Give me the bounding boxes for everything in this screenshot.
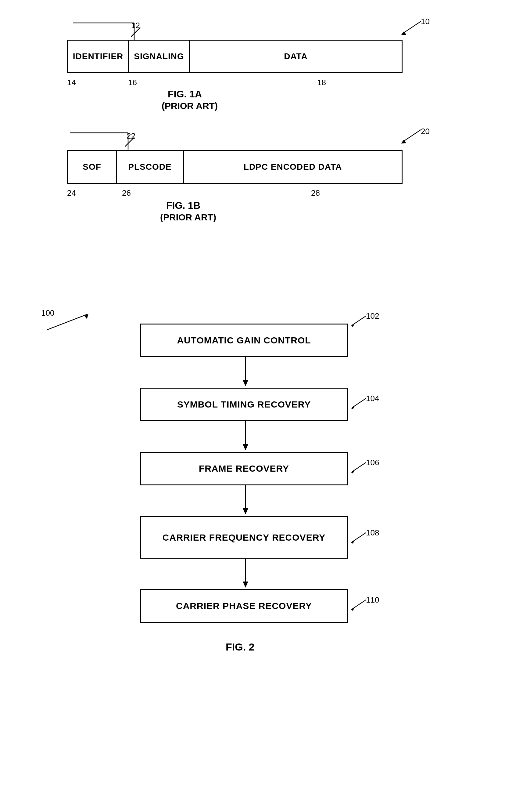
svg-marker-15	[243, 380, 248, 386]
fig1a-title: FIG. 1A	[168, 88, 202, 100]
fig1b-title: FIG. 1B	[166, 200, 200, 211]
fig2-title: FIG. 2	[226, 641, 254, 653]
svg-marker-23	[243, 508, 248, 514]
fig1a-subtitle: (PRIOR ART)	[162, 101, 218, 111]
fig1b-packet: SOF PLSCODE LDPC ENCODED DATA	[67, 150, 402, 184]
svg-marker-13	[351, 324, 355, 327]
svg-line-12	[352, 316, 366, 325]
svg-line-28	[352, 600, 366, 609]
arrow-10	[390, 18, 427, 37]
svg-line-8	[402, 130, 421, 142]
ref-26-label: 26	[122, 188, 131, 198]
cell-ldpc: LDPC ENCODED DATA	[184, 151, 402, 183]
box-cpr: CARRIER PHASE RECOVERY	[140, 589, 348, 623]
svg-line-7	[125, 137, 134, 146]
arrow-20	[390, 127, 427, 145]
cell-signaling: SIGNALING	[129, 40, 190, 72]
arrow-106	[349, 460, 371, 475]
svg-line-20	[352, 463, 366, 472]
box-fr: FRAME RECOVERY	[140, 452, 348, 485]
fig1a-packet: IDENTIFIER SIGNALING DATA	[67, 40, 402, 73]
bracket-12	[70, 18, 162, 43]
cell-data: DATA	[190, 40, 402, 72]
svg-line-10	[47, 314, 87, 330]
svg-line-2	[131, 28, 140, 37]
box-str: SYMBOL TIMING RECOVERY	[140, 388, 348, 421]
svg-marker-17	[351, 406, 355, 409]
svg-marker-21	[351, 470, 355, 473]
svg-line-3	[402, 21, 421, 34]
ref-28-label: 28	[311, 188, 320, 198]
svg-marker-29	[351, 607, 355, 611]
bracket-22	[67, 128, 152, 153]
cell-sof: SOF	[68, 151, 117, 183]
fig1b-subtitle: (PRIOR ART)	[160, 212, 216, 223]
svg-line-24	[352, 533, 366, 542]
arrow-str-fr	[241, 421, 250, 452]
arrow-110	[349, 597, 371, 612]
box-agc: AUTOMATIC GAIN CONTROL	[140, 324, 348, 357]
arrow-cfr-cpr	[241, 559, 250, 589]
arrow-fr-cfr	[241, 485, 250, 516]
svg-line-16	[352, 398, 366, 408]
arrow-agc-str	[241, 357, 250, 388]
cell-identifier: IDENTIFIER	[68, 40, 129, 72]
cell-plscode: PLSCODE	[117, 151, 184, 183]
svg-marker-25	[351, 540, 355, 544]
ref-18-label: 18	[317, 78, 326, 87]
ref-14-label: 14	[67, 78, 76, 87]
box-cfr: CARRIER FREQUENCY RECOVERY	[140, 516, 348, 559]
arrow-100	[47, 308, 102, 333]
svg-marker-19	[243, 444, 248, 450]
arrow-104	[349, 395, 371, 411]
arrow-102	[349, 313, 371, 328]
ref-24-label: 24	[67, 188, 76, 198]
arrow-108	[349, 530, 371, 545]
ref-16-label: 16	[128, 78, 137, 87]
svg-marker-27	[243, 582, 248, 588]
